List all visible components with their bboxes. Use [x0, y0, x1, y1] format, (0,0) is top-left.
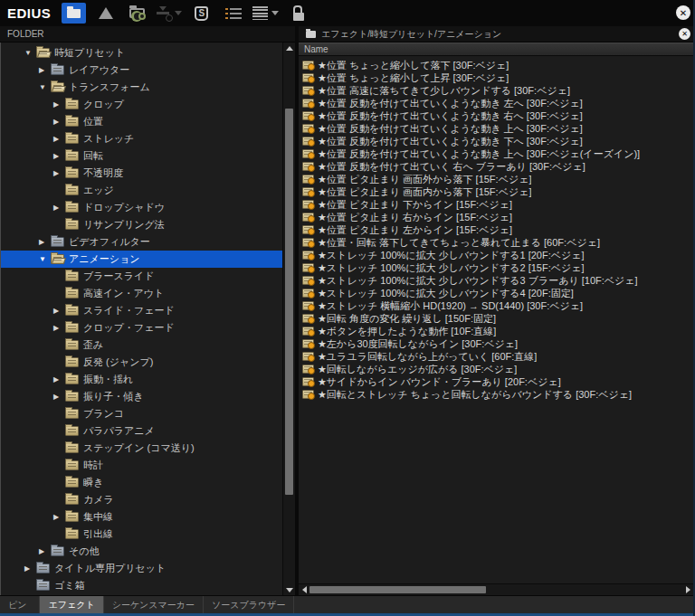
tree-item[interactable]: ▶ ストレッチ: [1, 130, 282, 147]
preset-list-item[interactable]: ★ストレッチ 横幅縮小 HD(1920) → SD(1440) [30F:ベジェ…: [299, 299, 695, 312]
preset-list-item[interactable]: ★位置 高速に落ちてきて少しバウンドする [30F:ベジェ]: [299, 84, 695, 97]
tree-item[interactable]: ▶ クロップ: [1, 96, 282, 113]
tree-item[interactable]: ▶ その他: [1, 543, 282, 560]
refresh-button[interactable]: [189, 3, 214, 24]
preset-list-item[interactable]: ★ユラユラ回転しながら上がっていく [60F:直線]: [299, 350, 695, 363]
panel-close-button[interactable]: ✕: [679, 28, 690, 40]
tree-item[interactable]: ブランコ: [1, 405, 282, 422]
detail-view-button[interactable]: [221, 3, 245, 24]
tree-expander-icon[interactable]: ▼: [39, 251, 51, 268]
tree-expander-icon[interactable]: ▶: [53, 199, 65, 216]
tree-item[interactable]: ▶ 集中線: [1, 508, 282, 526]
tree-item[interactable]: 反発 (ジャンプ): [1, 354, 282, 371]
preset-list-item[interactable]: ★位置 反動を付けて出ていくような動き 左へ [30F:ベジェ]: [299, 97, 695, 109]
tree-item[interactable]: ▶ クロップ・フェード: [1, 319, 282, 336]
preset-list-item[interactable]: ★位置 反動を付けて出ていく 右へ ブラーあり [30F:ベジェ]: [299, 160, 695, 173]
tab-エフェクト[interactable]: エフェクト: [39, 596, 103, 613]
tree-expander-icon[interactable]: ▶: [53, 96, 65, 113]
preset-list-item[interactable]: ★ストレッチ 100%に拡大 少しバウンドする4 [20F:固定]: [299, 287, 695, 299]
tree-expander-icon[interactable]: ▶: [53, 302, 65, 319]
scroll-up-button[interactable]: [283, 43, 295, 53]
scroll-down-button[interactable]: [283, 584, 295, 595]
tree-expander-icon[interactable]: ▶: [53, 388, 65, 405]
tree-expander-icon[interactable]: ▶: [53, 130, 65, 147]
tab-ピン[interactable]: ピン: [0, 596, 34, 613]
tree-expander-icon[interactable]: ▼: [39, 79, 51, 96]
tree-expander-icon[interactable]: ▶: [39, 233, 51, 251]
preset-list-item[interactable]: ★位置 ピタ止まり 画面内から落下 [15F:ベジェ]: [299, 185, 695, 198]
tree-item[interactable]: カメラ: [1, 491, 282, 508]
preset-list-item[interactable]: ★左から30度回転しながらイン [30F:ベジェ]: [299, 337, 695, 350]
tree-expander-icon[interactable]: ▶: [53, 147, 65, 165]
tree-vertical-scrollbar[interactable]: [282, 43, 295, 595]
tree-item[interactable]: ▶ 振り子・傾き: [1, 388, 282, 405]
preset-list-item[interactable]: ★位置 ちょっと縮小して落下 [30F:ベジェ]: [299, 59, 695, 71]
tree-item[interactable]: ブラースライド: [1, 268, 282, 285]
preset-list-item[interactable]: ★位置 ピタ止まり 下からイン [15F:ベジェ]: [299, 198, 695, 211]
tree-expander-icon[interactable]: ▶: [53, 371, 65, 388]
tree-item[interactable]: 高速イン・アウト: [1, 285, 282, 302]
preset-list-item[interactable]: ★位置 ピタ止まり 画面外から落下 [15F:ベジェ]: [299, 173, 695, 185]
tree-expander-icon[interactable]: ▼: [24, 44, 36, 62]
tree-expander-icon[interactable]: ▶: [39, 62, 51, 79]
preset-list-item[interactable]: ★ストレッチ 100%に拡大 少しバウンドする3 ブラーあり [10F:ベジェ]: [299, 274, 695, 287]
preset-list-item[interactable]: ★位置 反動を付けて出ていくような動き 下へ [30F:ベジェ]: [299, 135, 695, 147]
preset-list-item[interactable]: ★位置・回転 落下してきてちょっと暴れて止まる [60F:ベジェ]: [299, 236, 695, 249]
tree-item[interactable]: ゴミ箱: [1, 577, 282, 594]
preset-list-item[interactable]: ★ボタンを押したような動作 [10F:直線]: [299, 325, 695, 337]
tree-item[interactable]: ▼ 時短プリセット: [1, 44, 282, 62]
preset-list-item[interactable]: ★位置 ピタ止まり 右からイン [15F:ベジェ]: [299, 211, 695, 223]
tree-item[interactable]: 瞬き: [1, 474, 282, 491]
open-folder-button[interactable]: [62, 3, 86, 24]
scrollbar-thumb[interactable]: [309, 586, 486, 593]
preset-list-item[interactable]: ★回転とストレッチ ちょっと回転しながらバウンドする [30F:ベジェ]: [299, 388, 695, 401]
tree-item[interactable]: ステップイン (コマ送り): [1, 440, 282, 457]
preset-list-item[interactable]: ★位置 ピタ止まり 左からイン [15F:ベジェ]: [299, 223, 695, 236]
tree-item[interactable]: ▶ 位置: [1, 113, 282, 130]
tree-expander-icon[interactable]: ▶: [53, 319, 65, 336]
lock-button[interactable]: [286, 3, 310, 24]
add-preset-button[interactable]: [157, 3, 182, 24]
tree-item[interactable]: ▶ タイトル専用プリセット: [1, 560, 282, 577]
preset-list-item[interactable]: ★位置 反動を付けて出ていくような動き 上へ [30F:ベジェ]: [299, 122, 695, 135]
tree-item[interactable]: ▼ アニメーション: [1, 251, 282, 268]
tree-item[interactable]: ▶ ビデオフィルター: [1, 233, 282, 251]
tree-item[interactable]: ▶ スライド・フェード: [1, 302, 282, 319]
tree-item[interactable]: 歪み: [1, 336, 282, 354]
scroll-right-button[interactable]: [682, 584, 693, 595]
preset-list-item[interactable]: ★位置 ちょっと縮小して上昇 [30F:ベジェ]: [299, 71, 695, 84]
preset-list-item[interactable]: ★回転しながらエッジが広がる [30F:ベジェ]: [299, 363, 695, 375]
tree-expander-icon[interactable]: ▶: [24, 560, 36, 577]
tab-ソースブラウザー[interactable]: ソースブラウザー: [204, 596, 294, 613]
tree-expander-icon[interactable]: ▶: [39, 543, 51, 560]
preset-list-item[interactable]: ★回転 角度の変化 繰り返し [150F:固定]: [299, 312, 695, 325]
tree-expander-icon[interactable]: ▶: [53, 165, 65, 182]
window-close-button[interactable]: ✕: [676, 5, 690, 20]
preset-list-item[interactable]: ★ストレッチ 100%に拡大 少しバウンドする2 [15F:ベジェ]: [299, 261, 695, 274]
move-up-button[interactable]: [93, 3, 118, 24]
preset-list-item[interactable]: ★サイドからイン バウンド・ブラーあり [20F:ベジェ]: [299, 375, 695, 388]
tree-item[interactable]: ▶ ドロップシャドウ: [1, 199, 282, 216]
tree-item[interactable]: ▼ トランスフォーム: [1, 79, 282, 96]
view-mode-button[interactable]: [252, 3, 279, 24]
preset-list-item[interactable]: ★位置 反動を付けて出ていくような動き 右へ [30F:ベジェ]: [299, 109, 695, 122]
tree-item[interactable]: ▶ 回転: [1, 147, 282, 165]
shared-folder-button[interactable]: [125, 3, 149, 24]
tree-item[interactable]: ▶ 振動・揺れ: [1, 371, 282, 388]
tree-item[interactable]: ▶ 不透明度: [1, 165, 282, 182]
tree-item[interactable]: 時計: [1, 457, 282, 474]
tree-item[interactable]: エッジ: [1, 182, 282, 199]
tree-item[interactable]: パラパラアニメ: [1, 422, 282, 440]
tab-シーケンスマーカー[interactable]: シーケンスマーカー: [104, 596, 204, 613]
tree-expander-icon[interactable]: ▶: [53, 508, 65, 526]
list-horizontal-scrollbar[interactable]: [299, 583, 695, 595]
preset-list-item[interactable]: ★位置 反動を付けて出ていくような動き 上へ [30F:ベジェ(イーズイン)]: [299, 147, 695, 160]
preset-list-item[interactable]: ★ストレッチ 100%に拡大 少しバウンドする1 [20F:ベジェ]: [299, 249, 695, 261]
scrollbar-thumb[interactable]: [285, 109, 293, 495]
tree-item[interactable]: ▶ レイアウター: [1, 62, 282, 79]
tree-item[interactable]: 引出線: [1, 526, 282, 543]
tree-item[interactable]: リサンプリング法: [1, 216, 282, 233]
scroll-left-button[interactable]: [299, 584, 309, 595]
name-column-header[interactable]: Name: [299, 43, 695, 56]
tree-expander-icon[interactable]: ▶: [53, 113, 65, 130]
